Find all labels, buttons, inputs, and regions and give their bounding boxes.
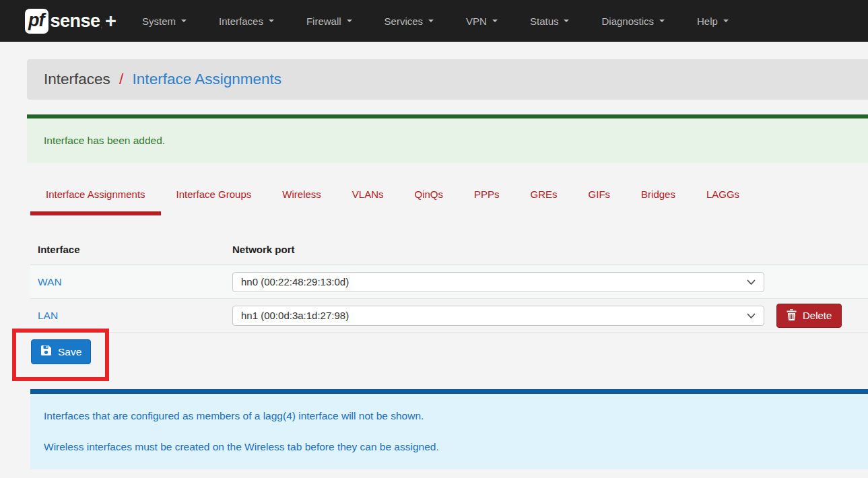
- form-actions: Save: [0, 333, 868, 372]
- info-note-lagg: Interfaces that are configured as member…: [44, 410, 855, 422]
- menu-firewall-label: Firewall: [306, 15, 341, 27]
- save-button-label: Save: [58, 346, 81, 358]
- menu-help-label: Help: [697, 15, 718, 27]
- main-menu: System Interfaces Firewall Services VPN …: [126, 0, 745, 42]
- menu-status[interactable]: Status: [514, 0, 586, 42]
- menu-diagnostics-label: Diagnostics: [601, 15, 654, 27]
- tab-ppps[interactable]: PPPs: [459, 189, 515, 211]
- tab-qinqs[interactable]: QinQs: [399, 189, 459, 211]
- network-port-select-wan-value: hn0 (00:22:48:29:13:0d): [241, 276, 349, 287]
- breadcrumb-panel: Interfaces / Interface Assignments: [27, 59, 868, 100]
- save-button[interactable]: Save: [31, 339, 91, 364]
- breadcrumb-separator: /: [119, 71, 123, 88]
- menu-interfaces-label: Interfaces: [219, 15, 263, 27]
- header-interface: Interface: [30, 244, 232, 255]
- logo-registered-mark: .: [101, 23, 103, 30]
- tab-bridges[interactable]: Bridges: [626, 189, 691, 211]
- menu-system-label: System: [142, 15, 176, 27]
- menu-vpn-label: VPN: [466, 15, 487, 27]
- logo-sense-text: sense: [50, 11, 100, 32]
- caret-down-icon: [492, 20, 498, 22]
- success-alert-message: Interface has been added.: [44, 135, 165, 146]
- logo-pf-badge: pf: [25, 9, 48, 34]
- network-port-select-lan[interactable]: hn1 (00:0d:3a:1d:27:98): [232, 306, 764, 326]
- tab-vlans[interactable]: VLANs: [337, 189, 399, 211]
- tab-interface-groups[interactable]: Interface Groups: [161, 189, 267, 211]
- network-port-select-wan[interactable]: hn0 (00:22:48:29:13:0d): [232, 272, 764, 292]
- info-panel: Interfaces that are configured as member…: [30, 389, 868, 469]
- chevron-down-icon: [747, 279, 756, 285]
- menu-vpn[interactable]: VPN: [450, 0, 514, 42]
- floppy-save-icon: [40, 345, 52, 359]
- menu-diagnostics[interactable]: Diagnostics: [585, 0, 681, 42]
- table-row-lan: LAN hn1 (00:0d:3a:1d:27:98): [30, 299, 868, 333]
- table-row-wan: WAN hn0 (00:22:48:29:13:0d): [30, 265, 868, 299]
- tab-gres[interactable]: GREs: [515, 189, 573, 211]
- table-header-row: Interface Network port: [30, 234, 868, 265]
- chevron-down-icon: [747, 313, 756, 318]
- caret-down-icon: [428, 20, 434, 22]
- network-port-select-lan-value: hn1 (00:0d:3a:1d:27:98): [241, 310, 349, 321]
- menu-system[interactable]: System: [126, 0, 203, 42]
- breadcrumb-section: Interfaces: [44, 71, 110, 88]
- caret-down-icon: [659, 20, 665, 22]
- menu-services[interactable]: Services: [368, 0, 450, 42]
- menu-help[interactable]: Help: [681, 0, 745, 42]
- menu-firewall[interactable]: Firewall: [290, 0, 368, 42]
- info-note-wireless: Wireless interfaces must be created on t…: [44, 441, 855, 453]
- tab-laggs[interactable]: LAGGs: [691, 189, 755, 211]
- pfsense-logo[interactable]: pf sense . +: [25, 9, 116, 34]
- menu-interfaces[interactable]: Interfaces: [203, 0, 290, 42]
- caret-down-icon: [181, 20, 187, 22]
- success-alert: Interface has been added.: [27, 114, 868, 163]
- logo-plus-text: +: [105, 10, 116, 32]
- menu-services-label: Services: [385, 15, 424, 27]
- lan-interface-link[interactable]: LAN: [38, 310, 58, 321]
- caret-down-icon: [564, 20, 569, 22]
- menu-status-label: Status: [530, 15, 559, 27]
- breadcrumb-current-page[interactable]: Interface Assignments: [133, 71, 281, 88]
- tab-bar: Interface Assignments Interface Groups W…: [30, 189, 868, 215]
- tab-gifs[interactable]: GIFs: [573, 189, 626, 211]
- tab-interface-assignments[interactable]: Interface Assignments: [30, 189, 161, 215]
- interface-assignments-table: Interface Network port WAN hn0 (00:22:48…: [30, 234, 868, 333]
- trash-icon: [787, 309, 797, 322]
- delete-button-label: Delete: [803, 310, 832, 321]
- tab-wireless[interactable]: Wireless: [267, 189, 337, 211]
- wan-interface-link[interactable]: WAN: [38, 276, 62, 287]
- header-network-port: Network port: [232, 244, 764, 255]
- delete-button[interactable]: Delete: [776, 304, 842, 328]
- breadcrumb: Interfaces / Interface Assignments: [44, 71, 281, 88]
- caret-down-icon: [347, 20, 352, 22]
- caret-down-icon: [723, 20, 729, 22]
- top-navbar: pf sense . + System Interfaces Firewall …: [0, 0, 868, 42]
- caret-down-icon: [269, 20, 274, 22]
